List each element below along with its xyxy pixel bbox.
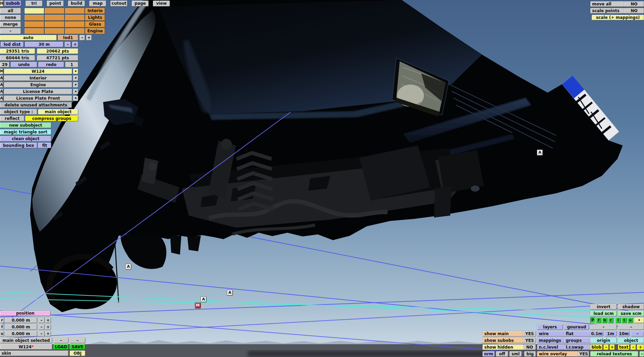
wire-button[interactable]: wire — [537, 331, 564, 336]
nrm-button[interactable]: nrm — [483, 351, 495, 357]
select-all-button[interactable]: all — [0, 8, 21, 14]
tab-subob[interactable]: subob — [4, 1, 21, 6]
grid-01m-button[interactable]: 0.1m — [590, 331, 603, 336]
object-dot-button[interactable]: • — [73, 96, 78, 101]
dash-button[interactable]: – — [618, 324, 644, 330]
new-subobject-button[interactable]: new subobject — [0, 123, 51, 128]
group-cell[interactable] — [65, 22, 85, 27]
group-interior-button[interactable]: Interio — [85, 8, 105, 14]
tab-cutout[interactable]: cutout — [111, 1, 127, 6]
tab-page[interactable]: page — [132, 1, 149, 6]
dash-button[interactable]: – — [590, 324, 617, 330]
layers-button[interactable]: layers — [537, 324, 563, 330]
lod-plus-button[interactable]: + — [86, 35, 92, 40]
model-filename[interactable]: W124* — [0, 344, 52, 350]
text-plus-button[interactable]: + — [637, 345, 644, 350]
position-r-value[interactable]: 0.000 m — [5, 318, 37, 323]
tab-build[interactable]: build — [68, 1, 85, 6]
lod-dist-plus-button[interactable]: + — [72, 42, 78, 47]
compress-groups-button[interactable]: compress groups — [25, 116, 78, 121]
object-row-interior[interactable]: Interior — [4, 75, 72, 81]
group-cell-active[interactable] — [25, 8, 44, 14]
object-dot-button[interactable]: • — [73, 69, 78, 74]
undo-button[interactable]: undo — [11, 62, 37, 67]
obj-export-button[interactable]: OBJ — [70, 351, 85, 356]
grid-1m-button[interactable]: 1m — [605, 331, 617, 336]
group-cell[interactable] — [65, 15, 85, 21]
save-button[interactable]: SAVE — [70, 344, 85, 350]
group-cell[interactable] — [45, 28, 64, 34]
lod-auto-button[interactable]: auto — [0, 35, 57, 40]
group-cell[interactable] — [25, 28, 44, 34]
object-dot-button[interactable]: • — [73, 82, 78, 88]
magic-triangle-sort-button[interactable]: magic triangle sort — [0, 129, 51, 135]
skin-field[interactable] — [14, 351, 68, 356]
scm-flag-b[interactable]: b — [602, 318, 607, 323]
position-f-value[interactable]: 0.000 m — [5, 324, 37, 330]
load-scm-button[interactable]: load scm — [590, 311, 617, 316]
scm-flag-p[interactable]: P — [590, 318, 595, 323]
object-row-main[interactable]: W124 — [4, 69, 72, 74]
position-r-minus-button[interactable]: – — [38, 318, 44, 323]
bounding-box-button[interactable]: bounding box — [0, 143, 37, 148]
shading-mode-button[interactable]: gouraud — [564, 324, 589, 330]
delete-unused-attachments-button[interactable]: delete unused attachments — [0, 102, 72, 108]
position-r-plus-button[interactable]: + — [45, 318, 51, 323]
mappings-button[interactable]: mappings — [537, 338, 564, 343]
object-button[interactable]: object — [618, 338, 644, 343]
select-dash-button[interactable]: – — [0, 28, 21, 34]
blob-button[interactable]: blob — [590, 345, 603, 350]
wire-overlay-toggle[interactable]: wire overlay — [537, 351, 579, 357]
lr-swap-button[interactable]: l.r.swap — [564, 345, 591, 350]
clean-object-button[interactable]: clean object — [0, 136, 51, 141]
scm-flag-r[interactable]: r — [608, 318, 613, 323]
show-hidden-toggle[interactable]: show hidden — [483, 345, 524, 350]
group-cell[interactable] — [45, 22, 64, 27]
tab-view[interactable]: view — [153, 1, 170, 6]
show-subobs-toggle[interactable]: show subobs — [483, 338, 524, 343]
show-main-state[interactable]: YES — [523, 331, 536, 336]
show-main-toggle[interactable]: show main — [483, 331, 524, 336]
invert-button[interactable]: invert — [590, 304, 617, 310]
nrm-sml-button[interactable]: sml — [510, 351, 522, 357]
position-f-minus-button[interactable]: – — [38, 324, 44, 330]
reflect-button[interactable]: reflect — [0, 116, 24, 121]
object-dot-button[interactable]: • — [73, 75, 78, 81]
position-f-plus-button[interactable]: + — [45, 324, 51, 330]
select-none-button[interactable]: none — [0, 15, 21, 21]
move-all-state[interactable]: NO — [624, 1, 644, 7]
group-cell[interactable] — [65, 8, 85, 14]
lod-level-button[interactable]: lod1 — [58, 35, 78, 40]
tab-tri[interactable]: tri — [26, 1, 42, 6]
blob-plus-button[interactable]: + — [610, 345, 615, 350]
object-row-engine[interactable]: Engine — [4, 82, 72, 88]
scale-points-state[interactable]: NO — [624, 8, 644, 13]
status-dash-button[interactable]: – — [70, 338, 85, 343]
group-cell[interactable] — [65, 28, 85, 34]
group-lights-button[interactable]: Lights — [85, 15, 105, 21]
reload-textures-button[interactable]: reload textures — [590, 351, 638, 357]
shadow-button[interactable]: shadow — [618, 304, 644, 310]
blob-minus-button[interactable]: – — [604, 345, 609, 350]
scale-points-button[interactable]: scale points — [590, 8, 624, 13]
scm-flag-l[interactable]: l — [616, 318, 621, 323]
tab-partial-h[interactable]: H — [0, 1, 3, 6]
scm-flag-f[interactable]: f — [596, 318, 601, 323]
position-u-value[interactable]: 0.000 m — [5, 331, 37, 336]
lod-minus-button[interactable]: – — [80, 35, 85, 40]
nrm-off-button[interactable]: off — [496, 351, 508, 357]
scm-flag-u[interactable]: u — [628, 318, 633, 323]
scm-dot-button[interactable]: • — [634, 318, 644, 323]
load-button[interactable]: LOAD — [54, 344, 68, 350]
reload-dash-button[interactable]: – — [640, 351, 644, 357]
group-cell[interactable] — [45, 15, 64, 21]
position-u-plus-button[interactable]: + — [45, 331, 51, 336]
object-row-license-plate-front[interactable]: License Plate Front — [4, 96, 72, 101]
nrm-big-button[interactable]: big — [524, 351, 536, 357]
group-engine-button[interactable]: Engine — [85, 28, 105, 34]
lod-dist-value[interactable]: 30 m — [25, 42, 63, 47]
origin-button[interactable]: origin — [590, 338, 617, 343]
show-subobs-state[interactable]: YES — [523, 338, 536, 343]
flat-button[interactable]: flat — [564, 331, 591, 336]
redo-button[interactable]: redo — [38, 62, 64, 67]
